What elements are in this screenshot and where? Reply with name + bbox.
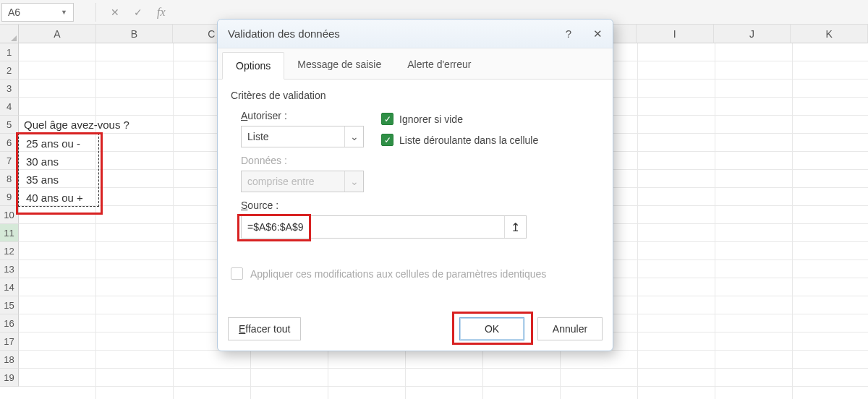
row-header[interactable]: 6 bbox=[0, 134, 19, 152]
data-validation-dialog: Validation des données ? ✕ Options Messa… bbox=[217, 19, 613, 351]
source-label: Source : bbox=[241, 200, 600, 211]
tab-options[interactable]: Options bbox=[222, 52, 284, 80]
authorise-select[interactable]: Liste ⌄ bbox=[241, 126, 364, 147]
row-header[interactable]: 10 bbox=[0, 206, 19, 224]
col-header[interactable]: J bbox=[714, 25, 791, 43]
dialog-titlebar[interactable]: Validation des données ? ✕ bbox=[218, 20, 613, 48]
row-header[interactable]: 17 bbox=[0, 332, 19, 351]
row-header[interactable]: 18 bbox=[0, 351, 19, 369]
authorise-label: Autoriser : bbox=[241, 110, 364, 121]
row-header[interactable]: 4 bbox=[0, 98, 19, 116]
source-input[interactable] bbox=[242, 221, 504, 233]
checkbox-icon bbox=[231, 267, 243, 280]
row-header[interactable]: 3 bbox=[0, 80, 19, 98]
row-header[interactable]: 1 bbox=[0, 43, 19, 61]
col-header[interactable]: I bbox=[637, 25, 714, 43]
row-header[interactable]: 8 bbox=[0, 170, 19, 188]
tab-error-alert[interactable]: Alerte d'erreur bbox=[394, 51, 484, 79]
name-box[interactable]: A6 ▼ bbox=[1, 3, 74, 22]
row-header[interactable]: 13 bbox=[0, 260, 19, 278]
ignore-blank-checkbox[interactable]: ✓ Ignorer si vide bbox=[381, 113, 538, 125]
chevron-down-icon: ⌄ bbox=[344, 171, 363, 192]
row-header[interactable]: 19 bbox=[0, 369, 19, 387]
row-header[interactable]: 16 bbox=[0, 314, 19, 332]
row-header[interactable]: 11 bbox=[0, 224, 19, 242]
col-header[interactable]: B bbox=[96, 25, 174, 43]
apply-to-others-checkbox: Appliquer ces modifications aux cellules… bbox=[231, 267, 600, 280]
source-input-wrapper: ↥ bbox=[241, 215, 527, 239]
ok-button[interactable]: OK bbox=[459, 317, 524, 340]
clear-all-button[interactable]: Effacer tout bbox=[228, 317, 301, 340]
incell-dropdown-checkbox[interactable]: ✓ Liste déroulante dans la cellule bbox=[381, 134, 538, 146]
chevron-down-icon[interactable]: ⌄ bbox=[344, 126, 363, 147]
tab-input-message[interactable]: Message de saisie bbox=[284, 51, 394, 79]
name-box-value: A6 bbox=[8, 7, 20, 18]
row-header[interactable]: 7 bbox=[0, 152, 19, 170]
row-header[interactable]: 15 bbox=[0, 296, 19, 314]
data-label: Données : bbox=[241, 155, 364, 166]
row-header[interactable]: 9 bbox=[0, 188, 19, 206]
dialog-tabs: Options Message de saisie Alerte d'erreu… bbox=[218, 48, 613, 80]
check-icon: ✓ bbox=[381, 113, 393, 125]
select-all-corner[interactable] bbox=[0, 25, 19, 43]
row-header[interactable]: 12 bbox=[0, 242, 19, 260]
col-header[interactable]: A bbox=[19, 25, 96, 43]
col-header[interactable]: K bbox=[791, 25, 868, 43]
check-icon: ✓ bbox=[381, 134, 393, 146]
dialog-title: Validation des données bbox=[228, 27, 340, 40]
cell-a5[interactable]: Quel âge avez-vous ? bbox=[21, 116, 132, 134]
help-icon[interactable]: ? bbox=[566, 27, 571, 40]
data-select: comprise entre ⌄ bbox=[241, 171, 364, 192]
close-icon[interactable]: ✕ bbox=[593, 27, 603, 40]
row-header[interactable]: 2 bbox=[0, 61, 19, 80]
confirm-icon[interactable]: ✓ bbox=[134, 7, 142, 18]
row-header[interactable]: 5 bbox=[0, 116, 19, 134]
selection-range-icon bbox=[18, 133, 99, 207]
cancel-button[interactable]: Annuler bbox=[537, 317, 603, 340]
fx-icon[interactable]: fx bbox=[157, 6, 166, 19]
divider bbox=[95, 3, 96, 22]
group-title: Critères de validation bbox=[231, 90, 600, 101]
cancel-icon[interactable]: ✕ bbox=[111, 7, 119, 18]
range-picker-icon[interactable]: ↥ bbox=[504, 216, 526, 238]
row-header[interactable]: 14 bbox=[0, 278, 19, 296]
chevron-down-icon[interactable]: ▼ bbox=[61, 9, 67, 16]
